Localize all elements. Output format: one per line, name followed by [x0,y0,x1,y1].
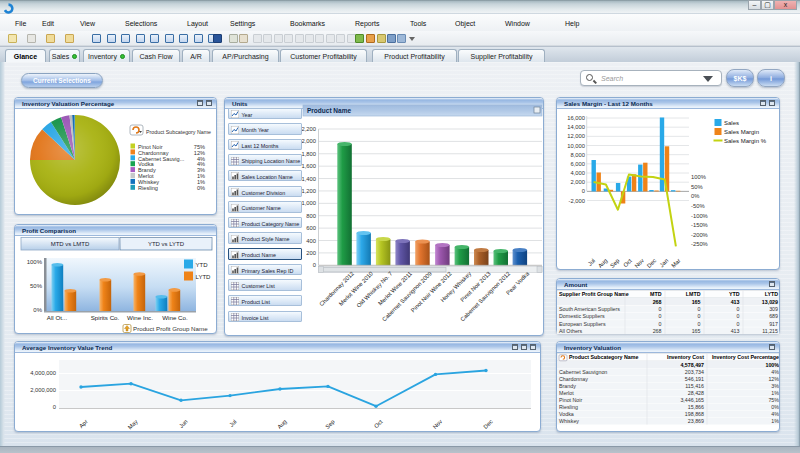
svg-text:165: 165 [692,299,701,305]
svg-text:MTD: MTD [650,291,662,297]
svg-text:2,200: 2,200 [301,126,316,132]
svg-text:4,578,497: 4,578,497 [680,362,704,368]
svg-text:YTD: YTD [729,291,740,297]
svg-text:689: 689 [769,313,778,319]
svg-text:14,000: 14,000 [567,124,585,130]
svg-text:203,734: 203,734 [685,369,704,375]
svg-text:South American Suppliers: South American Suppliers [559,306,620,312]
svg-text:1%: 1% [771,418,779,424]
svg-text:Jul: Jul [587,257,596,266]
svg-text:0%: 0% [691,193,699,199]
svg-text:Riesling: Riesling [559,404,578,410]
svg-text:0: 0 [737,313,740,319]
svg-text:Inventory Cost: Inventory Cost [667,354,704,360]
svg-text:0: 0 [659,313,662,319]
svg-text:Product Name: Product Name [307,107,351,114]
svg-text:2,000: 2,000 [570,179,585,185]
svg-text:European Suppliers: European Suppliers [559,321,606,327]
svg-text:0: 0 [737,321,740,327]
svg-text:1,400: 1,400 [301,176,316,182]
svg-text:Inventory Cost Percentage: Inventory Cost Percentage [712,354,779,360]
svg-text:Riesling: Riesling [138,185,158,191]
svg-text:Dec: Dec [482,418,494,430]
svg-text:Vodka: Vodka [559,411,574,417]
svg-text:MTD vs LMTD: MTD vs LMTD [51,241,90,247]
svg-text:LYTD: LYTD [765,291,779,297]
svg-text:917: 917 [769,321,778,327]
svg-text:Domestic Suppliers: Domestic Suppliers [559,313,605,319]
svg-text:Apr: Apr [78,418,89,429]
svg-text:0: 0 [698,321,701,327]
svg-text:Oct: Oct [373,418,384,429]
svg-text:Pinot Noir: Pinot Noir [559,397,582,403]
svg-text:-150%: -150% [691,222,708,228]
svg-text:0: 0 [313,262,316,268]
svg-text:Jul: Jul [228,418,237,427]
svg-text:LYTD: LYTD [196,274,212,280]
svg-text:2,000,000: 2,000,000 [30,387,56,393]
svg-text:3,446,165: 3,446,165 [680,397,704,403]
svg-text:100%: 100% [27,259,43,265]
svg-text:Sep: Sep [324,418,336,430]
svg-text:Whiskey: Whiskey [559,418,579,424]
svg-text:1,600: 1,600 [301,163,316,169]
svg-text:13,029: 13,029 [762,299,778,305]
svg-text:-2,000: -2,000 [569,198,585,204]
svg-text:Merlot Wine 2011: Merlot Wine 2011 [377,270,413,306]
svg-text:Wine Inc.: Wine Inc. [127,314,153,321]
svg-text:1,000: 1,000 [301,200,316,206]
svg-text:Supplier Profit Group Name: Supplier Profit Group Name [559,291,629,297]
svg-text:0%: 0% [771,404,779,410]
svg-text:Product Profit Group Name: Product Profit Group Name [133,325,208,332]
svg-text:12,000: 12,000 [567,133,585,139]
svg-text:All Ot...: All Ot... [47,314,68,321]
svg-text:Merlot: Merlot [559,390,574,396]
svg-text:1,800: 1,800 [301,151,316,157]
svg-text:200: 200 [306,250,316,256]
svg-text:198,868: 198,868 [685,411,704,417]
svg-text:LMTD: LMTD [686,291,701,297]
svg-text:Nov: Nov [633,257,645,269]
svg-text:115,416: 115,416 [685,383,704,389]
svg-text:23,869: 23,869 [688,418,704,424]
svg-text:Cabernet Sauvignon: Cabernet Sauvignon [559,369,607,375]
svg-text:Jan: Jan [659,257,670,268]
svg-text:0%: 0% [33,307,42,313]
svg-text:-250%: -250% [691,241,708,247]
svg-text:600: 600 [306,225,316,231]
svg-text:Oct: Oct [622,257,633,268]
svg-text:Aug: Aug [597,257,609,269]
svg-text:Merlot Wine 2010: Merlot Wine 2010 [338,270,374,306]
svg-text:Dec: Dec [646,257,658,269]
svg-text:Old Whiskey No. 7: Old Whiskey No. 7 [355,270,393,308]
svg-text:-50%: -50% [691,203,705,209]
svg-text:8,000: 8,000 [570,152,585,158]
svg-text:100%: 100% [765,362,779,368]
svg-text:Chardonnay 2012: Chardonnay 2012 [318,270,355,307]
svg-text:413: 413 [731,328,740,334]
svg-text:75%: 75% [768,397,779,403]
svg-text:Spirits Co.: Spirits Co. [91,314,120,321]
svg-text:0: 0 [659,306,662,312]
svg-text:Chardonnay: Chardonnay [559,376,588,382]
svg-text:309: 309 [769,306,778,312]
svg-text:Sales Margin %: Sales Margin % [724,138,767,144]
svg-text:6,000: 6,000 [570,161,585,167]
svg-text:Sales: Sales [724,120,739,126]
svg-text:Nov: Nov [432,418,444,430]
svg-text:4%: 4% [771,369,779,375]
svg-text:0: 0 [53,404,56,410]
svg-text:All Others: All Others [559,328,583,334]
svg-text:12%: 12% [768,376,779,382]
svg-text:1%: 1% [771,390,779,396]
svg-text:0: 0 [698,313,701,319]
svg-text:28,428: 28,428 [688,390,704,396]
svg-text:Product Subcategory Name: Product Subcategory Name [146,129,211,135]
svg-text:3%: 3% [771,383,779,389]
svg-text:May: May [127,418,139,430]
svg-text:0: 0 [659,321,662,327]
svg-text:-200%: -200% [691,232,708,238]
svg-text:165: 165 [692,328,701,334]
svg-text:Wine Co.: Wine Co. [162,314,188,321]
svg-text:4,000: 4,000 [570,170,585,176]
